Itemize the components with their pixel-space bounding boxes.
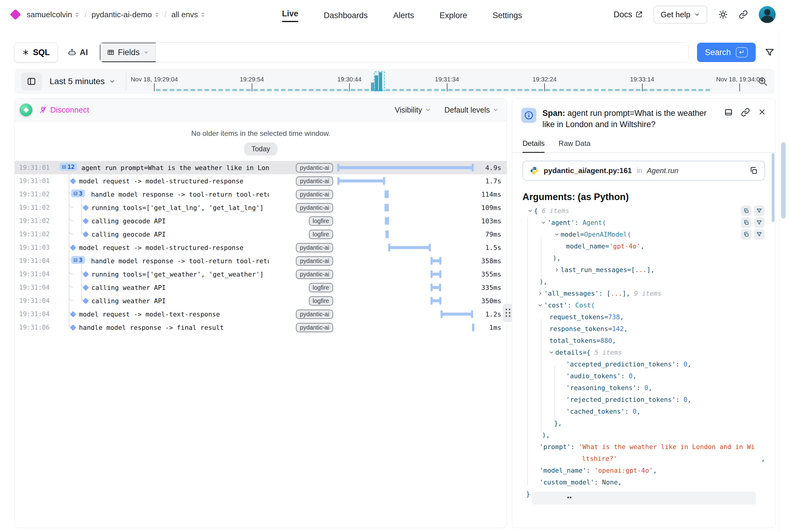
code-token: OpenAIModel(: [584, 231, 631, 238]
timeline-tick-mark: [252, 83, 252, 91]
nav-item-settings[interactable]: Settings: [493, 9, 522, 20]
code-token: model_name=: [566, 242, 609, 250]
filter-by-value-button[interactable]: [754, 206, 765, 216]
tab-details[interactable]: Details: [522, 139, 544, 153]
search-button[interactable]: Search ↵: [697, 43, 756, 62]
disconnect-button[interactable]: Disconnect: [39, 105, 89, 115]
code-token: 'gpt-4o': [609, 242, 640, 250]
timeline-selection[interactable]: [374, 71, 385, 91]
copy-value-button[interactable]: [741, 229, 751, 240]
trace-duration: 1.5s: [485, 241, 501, 254]
trace-duration: 358ms: [481, 254, 501, 267]
source-location-card[interactable]: pydantic_ai/agent.py:161 in Agent.run: [522, 161, 765, 180]
expand-collapse-arrow[interactable]: [547, 350, 555, 355]
trace-row[interactable]: 19:31:06handle model response -> final r…: [15, 321, 507, 334]
visibility-dropdown[interactable]: Visibility: [395, 106, 431, 114]
get-help-button[interactable]: Get help: [653, 6, 707, 24]
ai-mode-button[interactable]: AI: [61, 43, 95, 62]
search-input[interactable]: [156, 43, 688, 62]
code-line: 'cost': Cost(: [522, 299, 765, 311]
dock-panel-button[interactable]: [724, 108, 733, 130]
collapsed-section[interactable]: [532, 492, 756, 505]
expand-collapse-arrow[interactable]: [553, 232, 561, 236]
timeline-ruler[interactable]: Nov 18, 19:29:0419:29:5419:30:4419:31:34…: [15, 69, 774, 94]
copy-value-button[interactable]: [741, 206, 751, 216]
trace-row[interactable]: 19:31:02calling geocode APIlogfire103ms: [15, 214, 507, 228]
nav-item-live[interactable]: Live: [282, 7, 298, 22]
scope-badge: pydantic-ai: [296, 190, 333, 199]
code-token: 6 items: [542, 207, 570, 214]
sql-label: SQL: [33, 48, 50, 57]
trace-row[interactable]: 19:31:02running tools=['get_lat_lng', 'g…: [15, 201, 507, 214]
trace-row[interactable]: 19:31:02⊟3handle model response -> tool-…: [15, 188, 507, 201]
trace-row[interactable]: 19:31:04⊟3handle model response -> tool-…: [15, 254, 507, 267]
tab-raw-data[interactable]: Raw Data: [558, 139, 590, 152]
trace-tag: logfire: [273, 281, 333, 294]
close-panel-button[interactable]: [758, 108, 766, 130]
page-scrollbar-thumb[interactable]: [781, 142, 786, 218]
user-avatar[interactable]: [759, 6, 776, 23]
filter-button[interactable]: [765, 48, 774, 57]
span-title: Span: agent run prompt=What is the weath…: [542, 108, 718, 130]
span-header: Span: agent run prompt=What is the weath…: [512, 99, 775, 130]
copy-source-button[interactable]: [749, 167, 758, 175]
collapse-count-badge[interactable]: ⊟12: [60, 163, 77, 171]
trace-row[interactable]: 19:31:04model request -> model-text-resp…: [15, 307, 507, 321]
code-token: 'audio_tokens': [566, 372, 621, 380]
get-help-label: Get help: [661, 10, 690, 19]
trace-tag: logfire: [273, 228, 333, 241]
trace-bar-area: [338, 228, 473, 241]
trace-row[interactable]: 19:31:04calling weather APIlogfire350ms: [15, 294, 507, 307]
code-token: :: [575, 219, 583, 226]
nav-item-dashboards[interactable]: Dashboards: [324, 9, 368, 20]
timeline-zoom-button[interactable]: [757, 76, 768, 87]
nav-item-explore[interactable]: Explore: [440, 9, 467, 20]
trace-row[interactable]: 19:31:03model request -> model-structure…: [15, 241, 507, 254]
source-file: pydantic_ai/agent.py:161: [544, 167, 632, 175]
breadcrumb-env[interactable]: all envs: [171, 10, 206, 19]
code-token: 'custom_model': [539, 478, 594, 486]
detail-scrollbar-thumb[interactable]: [772, 153, 774, 222]
live-status-icon: [20, 103, 32, 116]
sql-mode-button[interactable]: SQL: [15, 43, 57, 62]
expand-collapse-arrow[interactable]: [526, 209, 534, 213]
trace-row[interactable]: 19:31:04running tools=['get_weather', 'g…: [15, 267, 507, 281]
docs-link[interactable]: Docs: [614, 10, 642, 19]
copy-value-button[interactable]: [741, 217, 751, 228]
trace-row[interactable]: 19:31:02calling geocode APIlogfire79ms: [15, 228, 507, 241]
trace-row[interactable]: 19:31:04calling weather APIlogfire335ms: [15, 281, 507, 294]
panel-resize-handle[interactable]: [503, 304, 513, 322]
code-token: Cost(: [575, 301, 595, 309]
nav-item-alerts[interactable]: Alerts: [393, 9, 414, 20]
filter-by-value-button[interactable]: [754, 229, 765, 240]
duration-bar: [385, 193, 388, 196]
trace-row[interactable]: 19:31:01⊟12agent run prompt=What is the …: [15, 161, 507, 174]
expand-expand-arrow[interactable]: [536, 291, 544, 296]
span-prefix: Span:: [542, 109, 565, 118]
collapse-count-badge[interactable]: ⊟3: [71, 256, 85, 264]
link-icon: [741, 108, 750, 117]
default-levels-dropdown[interactable]: Default levels: [444, 106, 499, 114]
collapse-count-badge[interactable]: ⊟3: [71, 189, 85, 197]
breadcrumb-project[interactable]: pydantic-ai-demo: [92, 10, 159, 19]
expand-expand-arrow[interactable]: [553, 267, 561, 272]
expand-collapse-arrow[interactable]: [536, 303, 544, 307]
duration-bar: [338, 179, 385, 183]
trace-row[interactable]: 19:31:01model request -> model-structure…: [15, 174, 507, 188]
code-line: },: [522, 417, 765, 429]
code-token: ,: [648, 384, 652, 392]
code-token: 'What is the weather like in London and …: [578, 443, 754, 451]
today-button[interactable]: Today: [244, 142, 277, 155]
copy-link-button[interactable]: [741, 108, 750, 130]
code-token: },: [554, 419, 562, 427]
filter-by-value-button[interactable]: [754, 217, 765, 228]
child-count: 12: [68, 163, 75, 170]
logfire-logo-icon[interactable]: [10, 9, 21, 20]
code-token: 'all_messages': [544, 290, 599, 297]
expand-collapse-arrow[interactable]: [539, 220, 547, 225]
share-link-button[interactable]: [739, 10, 748, 19]
theme-toggle-button[interactable]: [718, 10, 728, 19]
code-token: ),: [539, 278, 547, 285]
breadcrumb-org[interactable]: samuelcolvin: [26, 10, 80, 19]
fields-dropdown-button[interactable]: Fields: [100, 43, 156, 62]
